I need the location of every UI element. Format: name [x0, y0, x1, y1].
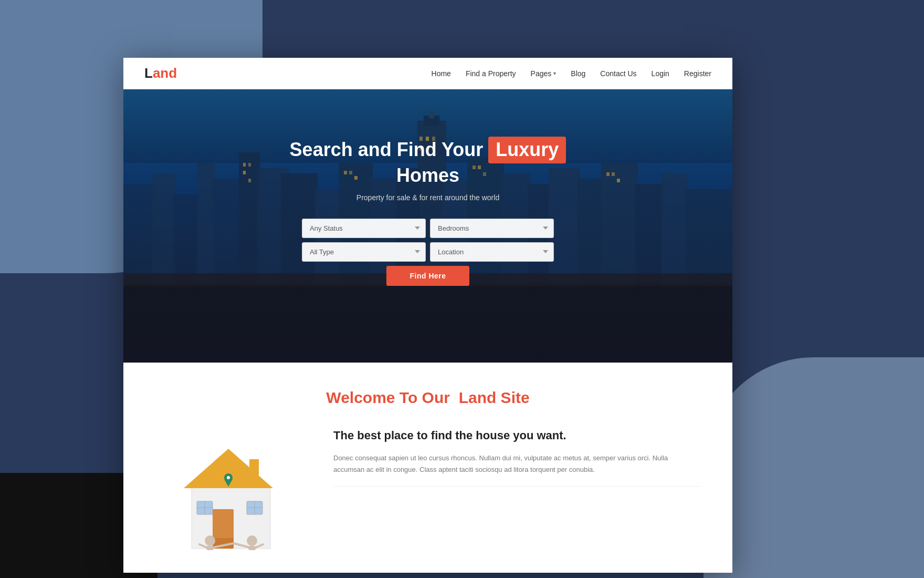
hero-title: Search and Find Your Luxury Homes: [290, 137, 566, 188]
hero-content: Search and Find Your Luxury Homes Proper…: [123, 89, 732, 286]
welcome-section: Welcome To Our Land Site: [123, 363, 732, 573]
welcome-text: The best place to find the house you wan…: [333, 428, 701, 487]
house-illustration: [155, 428, 302, 554]
nav-item-find-property[interactable]: Find a Property: [466, 69, 516, 78]
nav-links: Home Find a Property Pages Blog Contact …: [432, 69, 711, 78]
svg-point-68: [227, 476, 230, 479]
nav-item-contact[interactable]: Contact Us: [600, 69, 636, 78]
nav-link-pages[interactable]: Pages: [531, 69, 556, 78]
svg-rect-50: [213, 509, 234, 538]
navbar: Land Home Find a Property Pages Blog Con…: [123, 58, 732, 89]
hero-section: Search and Find Your Luxury Homes Proper…: [123, 89, 732, 363]
find-here-button[interactable]: Find Here: [386, 266, 469, 286]
welcome-content: The best place to find the house you wan…: [155, 428, 701, 554]
nav-link-contact[interactable]: Contact Us: [600, 69, 636, 78]
hero-subtitle: Property for sale & for rent around the …: [356, 193, 499, 202]
welcome-title: Welcome To Our Land Site: [155, 389, 701, 407]
welcome-subtitle: The best place to find the house you wan…: [333, 428, 701, 444]
nav-item-blog[interactable]: Blog: [571, 69, 585, 78]
search-row-1: Any Status For Sale For Rent Bedrooms 1 …: [302, 219, 554, 238]
site-wrapper: Land Home Find a Property Pages Blog Con…: [123, 58, 732, 573]
nav-link-register[interactable]: Register: [684, 69, 711, 78]
nav-link-home[interactable]: Home: [432, 69, 451, 78]
nav-item-login[interactable]: Login: [652, 69, 669, 78]
nav-link-find-property[interactable]: Find a Property: [466, 69, 516, 78]
nav-item-pages[interactable]: Pages: [531, 69, 556, 78]
search-form: Any Status For Sale For Rent Bedrooms 1 …: [302, 219, 554, 286]
svg-point-60: [247, 535, 257, 546]
type-select[interactable]: All Type House Apartment Villa: [302, 242, 426, 262]
welcome-title-highlight: Land Site: [459, 389, 530, 406]
divider: [333, 486, 701, 487]
search-row-2: All Type House Apartment Villa Location …: [302, 242, 554, 262]
nav-link-blog[interactable]: Blog: [571, 69, 585, 78]
svg-point-58: [205, 535, 215, 546]
status-select[interactable]: Any Status For Sale For Rent: [302, 219, 426, 238]
svg-rect-57: [249, 459, 259, 478]
welcome-title-static: Welcome To Our: [326, 389, 450, 406]
hero-title-part1: Search and Find Your: [290, 139, 484, 160]
bedrooms-select[interactable]: Bedrooms 1 2 3 4 5+: [430, 219, 554, 238]
welcome-body: Donec consequat sapien ut leo cursus rho…: [333, 452, 701, 476]
location-select[interactable]: Location New York London Paris: [430, 242, 554, 262]
nav-item-register[interactable]: Register: [684, 69, 711, 78]
logo[interactable]: Land: [144, 65, 177, 81]
hero-title-part2: Homes: [396, 164, 459, 186]
luxury-badge: Luxury: [488, 137, 566, 163]
nav-link-login[interactable]: Login: [652, 69, 669, 78]
nav-item-home[interactable]: Home: [432, 69, 451, 78]
bg-shape-bottom-right: [704, 357, 924, 578]
logo-highlight: and: [153, 65, 177, 81]
